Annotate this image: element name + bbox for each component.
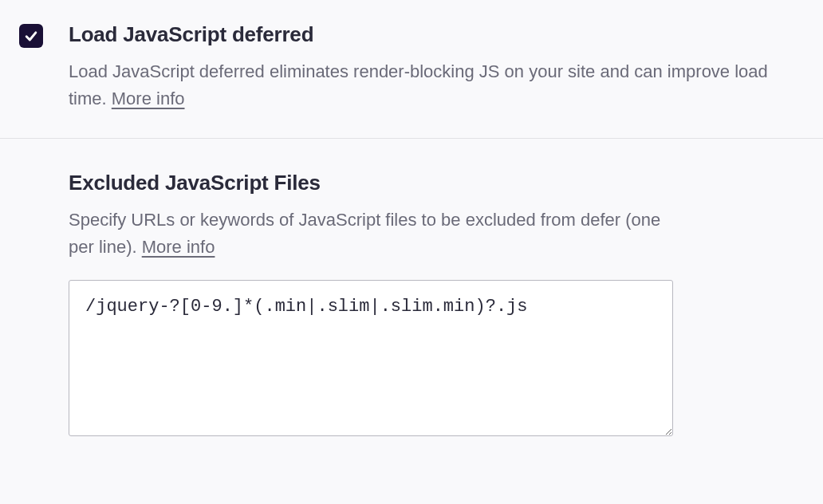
defer-description: Load JavaScript deferred eliminates rend…: [69, 58, 772, 112]
exclude-more-info-link[interactable]: More info: [142, 237, 215, 257]
defer-title: Load JavaScript deferred: [69, 22, 772, 47]
defer-section: Load JavaScript deferred Load JavaScript…: [0, 0, 823, 139]
defer-content: Load JavaScript deferred Load JavaScript…: [69, 22, 804, 112]
load-js-deferred-checkbox[interactable]: [19, 24, 43, 48]
checkbox-wrapper: [19, 24, 43, 48]
exclude-title: Excluded JavaScript Files: [69, 171, 804, 195]
exclude-section: Excluded JavaScript Files Specify URLs o…: [0, 139, 823, 463]
exclude-description: Specify URLs or keywords of JavaScript f…: [69, 207, 691, 261]
defer-more-info-link[interactable]: More info: [112, 89, 185, 108]
check-icon: [23, 28, 39, 44]
exclude-js-textarea[interactable]: [69, 280, 673, 436]
settings-panel: Load JavaScript deferred Load JavaScript…: [0, 0, 823, 463]
